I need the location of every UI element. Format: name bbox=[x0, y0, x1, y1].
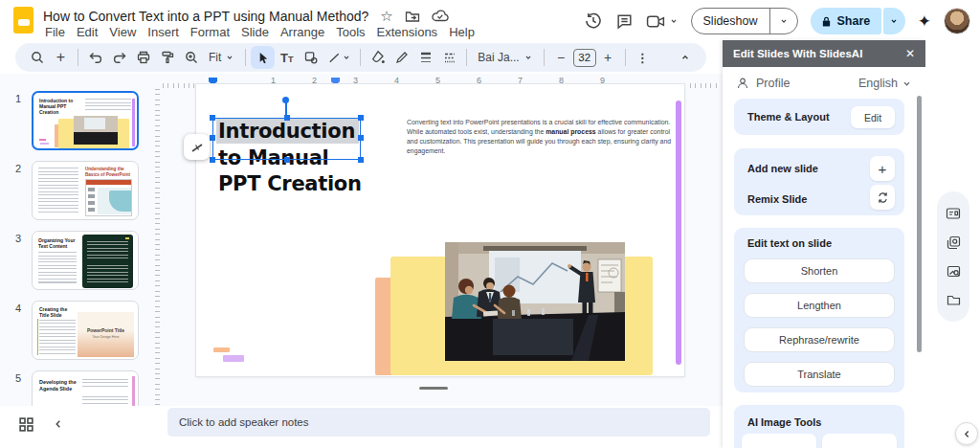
menu-arrange[interactable]: Arrange bbox=[275, 25, 330, 39]
print-button[interactable] bbox=[131, 46, 155, 69]
close-panel-button[interactable]: ✕ bbox=[905, 47, 925, 60]
menu-slide[interactable]: Slide bbox=[235, 25, 275, 39]
undo-button[interactable] bbox=[83, 46, 107, 69]
rephrase-rewrite-button[interactable]: Rephrase/rewrite bbox=[744, 327, 895, 352]
rotation-handle[interactable] bbox=[282, 97, 289, 103]
handle-w[interactable] bbox=[210, 135, 215, 141]
ai-image-tool-button-2[interactable] bbox=[822, 434, 897, 448]
search-menus-button[interactable] bbox=[25, 46, 49, 69]
slide-purple-bar[interactable] bbox=[676, 101, 681, 365]
thumb-3-green-panel bbox=[82, 235, 133, 288]
speaker-notes-input[interactable]: Click to add speaker notes bbox=[167, 408, 710, 437]
line-tool-button[interactable] bbox=[323, 46, 355, 69]
ai-image-tool-button-1[interactable] bbox=[742, 434, 816, 448]
text-box-tool-button[interactable]: TT bbox=[275, 46, 299, 69]
menu-edit[interactable]: Edit bbox=[71, 25, 103, 39]
folder-icon[interactable] bbox=[947, 294, 961, 306]
redo-button[interactable] bbox=[107, 46, 131, 69]
zoom-button[interactable] bbox=[179, 46, 203, 69]
handle-ne[interactable] bbox=[358, 115, 364, 121]
pages-icon[interactable] bbox=[947, 235, 961, 250]
add-new-slide-button[interactable]: + bbox=[870, 156, 895, 181]
slides-logo-icon[interactable] bbox=[13, 7, 33, 34]
image-search-icon[interactable] bbox=[947, 264, 961, 279]
menu-file[interactable]: File bbox=[39, 25, 71, 39]
meet-camera-button[interactable] bbox=[646, 14, 679, 29]
panel-title: Edit Slides With SlidesAI bbox=[723, 48, 862, 59]
comments-icon[interactable] bbox=[615, 12, 634, 31]
move-folder-icon[interactable] bbox=[405, 10, 420, 23]
magic-write-button[interactable] bbox=[184, 134, 210, 160]
lock-icon bbox=[821, 15, 832, 28]
contact-card-icon[interactable] bbox=[946, 207, 961, 220]
slide-small-orange-dash[interactable] bbox=[213, 347, 230, 352]
zoom-select[interactable]: Fit bbox=[203, 51, 240, 64]
grid-view-button[interactable] bbox=[18, 416, 34, 433]
menu-tools[interactable]: Tools bbox=[330, 25, 370, 39]
slide-2-thumbnail[interactable]: Understanding the Basics of PowerPoint bbox=[32, 161, 139, 220]
meeting-photo[interactable] bbox=[445, 242, 625, 361]
fill-color-button[interactable] bbox=[366, 46, 390, 69]
new-slide-button[interactable]: + bbox=[49, 46, 73, 69]
panel-scrollbar[interactable] bbox=[917, 96, 922, 352]
border-dash-button[interactable] bbox=[437, 46, 461, 69]
handle-nw[interactable] bbox=[210, 115, 215, 121]
handle-se[interactable] bbox=[358, 157, 364, 163]
slide-4-number: 4 bbox=[15, 302, 21, 314]
account-avatar[interactable] bbox=[944, 8, 970, 34]
slideshow-button[interactable]: Slideshow bbox=[691, 8, 798, 34]
menu-help[interactable]: Help bbox=[443, 25, 480, 39]
handle-sw[interactable] bbox=[210, 157, 215, 163]
slide-small-purple-dash[interactable] bbox=[223, 355, 244, 362]
increase-font-size-button[interactable]: + bbox=[596, 46, 620, 69]
border-color-button[interactable] bbox=[390, 46, 413, 69]
handle-e[interactable] bbox=[358, 135, 364, 141]
font-family-select[interactable]: Bai Ja... bbox=[472, 51, 538, 64]
slide-5-thumbnail[interactable]: Developing the Agenda Slide bbox=[32, 370, 139, 407]
remix-slide-button[interactable] bbox=[870, 185, 895, 210]
slide-4-thumbnail[interactable]: Creating the Title Slide PowerPoint Titl… bbox=[32, 301, 139, 360]
decrease-font-size-button[interactable]: − bbox=[549, 46, 573, 69]
toolbar: + Fit TT bbox=[15, 43, 706, 72]
star-icon[interactable]: ☆ bbox=[380, 9, 392, 23]
collapse-toolbar-button[interactable] bbox=[673, 46, 697, 69]
slide-1-thumbnail[interactable]: Introduction to Manual PPT Creation bbox=[32, 91, 139, 150]
collapse-filmstrip-button[interactable] bbox=[53, 418, 64, 430]
slide-body-text[interactable]: Converting text into PowerPoint presenta… bbox=[407, 118, 675, 156]
border-weight-button[interactable] bbox=[413, 46, 437, 69]
top-bar: How to Convert Text into a PPT using Man… bbox=[0, 0, 980, 42]
translate-button[interactable]: Translate bbox=[744, 362, 895, 387]
menu-format[interactable]: Format bbox=[185, 25, 235, 39]
ai-image-tools-label: AI Image Tools bbox=[747, 416, 821, 428]
gemini-sparkle-icon[interactable]: ✦ bbox=[918, 13, 931, 30]
cloud-status-icon[interactable] bbox=[432, 10, 449, 22]
select-tool-button[interactable] bbox=[251, 46, 275, 69]
font-size-input[interactable]: 32 bbox=[573, 49, 596, 67]
share-caret-button[interactable] bbox=[883, 8, 905, 34]
menu-view[interactable]: View bbox=[103, 25, 142, 39]
shape-tool-button[interactable] bbox=[299, 46, 323, 69]
handle-s[interactable] bbox=[284, 157, 290, 163]
collapse-strip-button[interactable] bbox=[955, 422, 978, 445]
menu-insert[interactable]: Insert bbox=[142, 25, 185, 39]
theme-layout-edit-button[interactable]: Edit bbox=[851, 106, 895, 128]
add-new-slide-label: Add new slide bbox=[747, 163, 818, 174]
paint-format-button[interactable] bbox=[155, 46, 179, 69]
edit-text-section-label: Edit text on slide bbox=[747, 237, 832, 249]
slidesai-panel-header: Edit Slides With SlidesAI ✕ bbox=[723, 40, 925, 67]
profile-label[interactable]: Profile bbox=[756, 77, 790, 90]
menu-extensions[interactable]: Extensions bbox=[371, 25, 444, 39]
slide-3-thumbnail[interactable]: Organizing Your Text Content bbox=[32, 231, 139, 290]
language-select[interactable]: English bbox=[858, 77, 912, 90]
handle-n[interactable] bbox=[284, 115, 290, 121]
text-selection-box[interactable] bbox=[212, 118, 361, 160]
google-slides-app: How to Convert Text into a PPT using Man… bbox=[0, 0, 980, 448]
slide-editor[interactable]: Introduction to Manual PPT Creation Conv… bbox=[196, 84, 684, 376]
shorten-button[interactable]: Shorten bbox=[744, 258, 895, 283]
more-options-button[interactable]: ⋮ bbox=[631, 46, 655, 69]
canvas-scroll-indicator[interactable] bbox=[419, 387, 448, 390]
version-history-icon[interactable] bbox=[584, 11, 603, 31]
share-button[interactable]: Share bbox=[811, 8, 882, 34]
document-title[interactable]: How to Convert Text into a PPT using Man… bbox=[43, 9, 368, 24]
lengthen-button[interactable]: Lengthen bbox=[744, 293, 895, 318]
